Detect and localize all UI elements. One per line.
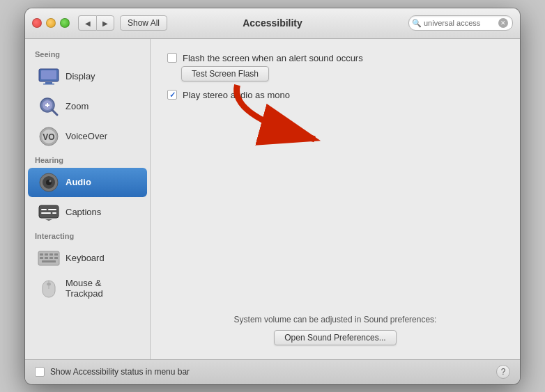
svg-text:VO: VO (43, 132, 54, 142)
svg-rect-28 (45, 257, 48, 259)
svg-rect-17 (41, 209, 47, 210)
sound-prefs-text: System volume can be adjusted in Sound p… (167, 315, 503, 324)
svg-rect-1 (41, 70, 56, 79)
sidebar-item-voiceover[interactable]: VO VoiceOver (28, 122, 147, 151)
svg-rect-34 (47, 283, 51, 285)
mono-text: Play stereo audio as mono (183, 90, 290, 100)
flash-checkbox[interactable] (167, 53, 177, 63)
svg-rect-3 (43, 84, 54, 85)
sidebar-item-zoom[interactable]: Zoom (28, 92, 147, 121)
search-box: 🔍 ✕ (408, 15, 513, 31)
test-flash-button[interactable]: Test Screen Flash (181, 66, 269, 81)
back-button[interactable]: ◀ (78, 15, 96, 31)
svg-rect-30 (54, 257, 58, 259)
bottom-bar: Show Accessibility status in menu bar ? (25, 359, 520, 384)
show-status-label: Show Accessibility status in menu bar (50, 367, 190, 377)
search-clear-button[interactable]: ✕ (498, 18, 508, 28)
section-interacting-label: Interacting (25, 228, 150, 243)
title-bar: ◀ ▶ Show All Accessibility 🔍 ✕ (25, 8, 520, 39)
sidebar: Seeing Display (25, 39, 151, 359)
sound-prefs-btn-wrap: Open Sound Preferences... (167, 330, 503, 345)
help-button[interactable]: ? (496, 365, 510, 379)
forward-button[interactable]: ▶ (96, 15, 114, 31)
svg-rect-23 (40, 253, 43, 256)
sidebar-item-audio[interactable]: Audio (28, 168, 147, 197)
sidebar-item-display[interactable]: Display (28, 62, 147, 91)
nav-buttons: ◀ ▶ (78, 15, 114, 31)
sidebar-item-display-label: Display (66, 71, 95, 81)
mono-checkbox[interactable] (167, 90, 177, 100)
svg-rect-24 (45, 253, 48, 256)
maximize-button[interactable] (60, 18, 70, 28)
svg-rect-18 (48, 209, 56, 210)
sidebar-item-zoom-label: Zoom (66, 101, 89, 111)
close-button[interactable] (32, 18, 42, 28)
search-icon: 🔍 (412, 19, 422, 28)
sidebar-item-mouse-label: Mouse & Trackpad (66, 278, 137, 299)
traffic-lights (32, 18, 70, 28)
content-area: Seeing Display (25, 39, 520, 359)
svg-rect-31 (42, 260, 56, 262)
svg-point-15 (49, 180, 52, 182)
audio-icon (38, 171, 60, 194)
flash-checkbox-label[interactable]: Flash the screen when an alert sound occ… (167, 53, 363, 63)
svg-rect-27 (40, 257, 43, 259)
svg-rect-19 (41, 212, 51, 214)
flash-group: Flash the screen when an alert sound occ… (167, 53, 503, 81)
main-panel: Flash the screen when an alert sound occ… (151, 39, 520, 359)
minimize-button[interactable] (46, 18, 56, 28)
flash-screen-text: Flash the screen when an alert sound occ… (183, 53, 363, 63)
svg-rect-16 (39, 205, 59, 218)
search-input[interactable] (424, 19, 493, 27)
sidebar-item-voiceover-label: VoiceOver (66, 131, 107, 141)
mono-checkbox-label[interactable]: Play stereo audio as mono (167, 90, 290, 100)
sidebar-item-keyboard-label: Keyboard (66, 253, 105, 263)
show-status-checkbox[interactable] (35, 367, 45, 377)
zoom-icon (38, 95, 60, 118)
display-icon (38, 65, 60, 88)
svg-rect-20 (52, 212, 56, 214)
show-all-button[interactable]: Show All (120, 15, 167, 31)
captions-icon (38, 201, 60, 224)
sidebar-item-captions[interactable]: Captions (28, 198, 147, 227)
svg-line-6 (52, 110, 57, 115)
window-title: Accessibility (243, 17, 302, 29)
svg-marker-21 (45, 219, 52, 221)
voiceover-icon: VO (38, 125, 60, 148)
section-hearing-label: Hearing (25, 152, 150, 167)
svg-rect-26 (54, 253, 58, 256)
sound-prefs-section: System volume can be adjusted in Sound p… (167, 315, 503, 345)
mouse-icon (38, 277, 60, 299)
sidebar-item-mouse[interactable]: Mouse & Trackpad (28, 274, 147, 303)
svg-rect-2 (45, 82, 52, 84)
keyboard-icon (38, 247, 60, 269)
mono-section: Play stereo audio as mono (167, 90, 503, 100)
sidebar-item-audio-label: Audio (66, 177, 91, 187)
svg-rect-29 (49, 257, 53, 259)
main-window: ◀ ▶ Show All Accessibility 🔍 ✕ Seeing (25, 8, 520, 384)
sidebar-item-keyboard[interactable]: Keyboard (28, 244, 147, 273)
svg-rect-25 (49, 253, 53, 256)
open-sound-prefs-button[interactable]: Open Sound Preferences... (274, 330, 396, 345)
sidebar-item-captions-label: Captions (66, 207, 101, 217)
red-arrow (220, 77, 332, 147)
section-seeing-label: Seeing (25, 46, 150, 61)
